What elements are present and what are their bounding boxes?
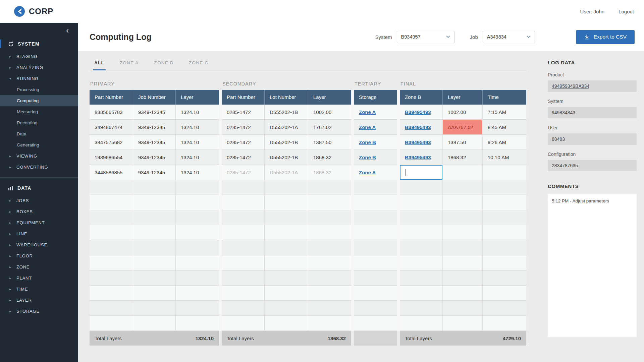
logo-icon	[13, 5, 25, 17]
sidebar-item-boxes[interactable]: ▸BOXES	[0, 206, 78, 217]
sidebar-subitem-generating[interactable]: Generating	[0, 139, 78, 150]
empty-cell	[354, 180, 397, 195]
empty-cell	[222, 180, 265, 195]
sidebar-item-label: ANALYZING	[16, 65, 43, 70]
header-controls: System B934957 Job A349834 Export to CSV	[375, 30, 635, 44]
group-gap	[219, 105, 222, 120]
storage-link[interactable]: Zone A	[359, 170, 376, 175]
comments-box: 5:12 PM - Adjust parameters	[548, 194, 637, 337]
sidebar-item-analyzing[interactable]: ▸ ANALYZING	[0, 62, 78, 73]
table-row: 3494867474 9349-12345 1324.10 0285-1472 …	[90, 120, 526, 135]
group-gap	[219, 255, 222, 270]
topbar-right: User: John Logout	[580, 9, 634, 14]
column-header: Storage	[354, 90, 397, 105]
cell-time: 10:10 AM	[483, 150, 526, 165]
storage-link[interactable]: Zone B	[359, 155, 376, 160]
cell-part-number: 0285-1472	[222, 165, 265, 180]
empty-cell	[483, 316, 526, 331]
system-select[interactable]: B934957	[397, 31, 454, 43]
column-header: Part Number	[90, 90, 133, 105]
collapse-sidebar-icon[interactable]: ‹	[66, 26, 69, 35]
sidebar-item-viewing[interactable]: ▸ VIEWING	[0, 150, 78, 162]
bar-chart-icon	[8, 185, 13, 191]
column-header: Layer	[443, 90, 483, 105]
empty-cell	[400, 225, 443, 240]
sidebar-subitem-data[interactable]: Data	[0, 128, 78, 139]
zone-link[interactable]: B39495493	[405, 139, 431, 145]
empty-cell	[483, 301, 526, 316]
logout-link[interactable]: Logout	[619, 9, 634, 14]
sidebar-subitem-processing[interactable]: Processing	[0, 84, 78, 95]
sidebar-item-line[interactable]: ▸LINE	[0, 228, 78, 239]
empty-cell	[308, 210, 351, 225]
group-gap	[351, 270, 354, 286]
tab-zone-a[interactable]: ZONE A	[118, 57, 140, 70]
sidebar-section-data[interactable]: DATA	[0, 181, 78, 195]
cell-layer: 1387.50	[443, 135, 483, 150]
sidebar-item-zone[interactable]: ▸ZONE	[0, 261, 78, 273]
group-gap	[219, 316, 222, 331]
sidebar-item-warehouse[interactable]: ▸WAREHOUSE	[0, 239, 78, 250]
group-gap	[219, 286, 222, 301]
expand-right-icon: ▸	[9, 154, 12, 158]
zone-link[interactable]: B39495493	[405, 109, 431, 115]
sidebar-item-equipment[interactable]: ▸EQUIPMENT	[0, 217, 78, 228]
total-primary: Total Layers 1324.10	[90, 331, 219, 346]
storage-link[interactable]: Zone B	[359, 139, 376, 145]
cell-zone: B39495493	[400, 150, 443, 165]
cell-time: 7:15 AM	[483, 105, 526, 120]
cell-time	[483, 165, 526, 180]
sidebar-divider	[0, 177, 78, 178]
sidebar-section-system[interactable]: SYSTEM	[0, 37, 78, 51]
empty-cell	[483, 210, 526, 225]
column-header: Lot Number	[265, 90, 308, 105]
tab-zone-b[interactable]: ZONE B	[153, 57, 175, 70]
job-select[interactable]: A349834	[483, 31, 535, 43]
tab-zone-c[interactable]: ZONE C	[187, 57, 210, 70]
group-gap	[219, 120, 222, 135]
sidebar-item-plant[interactable]: ▸PLANT	[0, 273, 78, 284]
export-csv-button[interactable]: Export to CSV	[576, 30, 635, 44]
table-header-row: Part Number Job Number Layer Part Number…	[90, 90, 526, 105]
expand-right-icon: ▸	[9, 165, 12, 169]
group-gap	[219, 195, 222, 210]
empty-cell	[308, 316, 351, 331]
zone-link[interactable]: B39495493	[405, 124, 431, 130]
empty-cell	[90, 316, 133, 331]
cell-zone: B39495493	[400, 135, 443, 150]
sidebar-collapse-row: ‹	[0, 24, 78, 37]
expand-right-icon: ▸	[9, 210, 12, 214]
empty-cell	[354, 316, 397, 331]
sidebar-item-layer[interactable]: ▸LAYER	[0, 295, 78, 306]
sidebar-item-jobs[interactable]: ▸JOBS	[0, 195, 78, 206]
sidebar-subitem-computing[interactable]: Computing	[0, 95, 78, 106]
job-select-label: Job	[470, 34, 478, 40]
zone-link[interactable]: B39495493	[405, 155, 431, 160]
sidebar-item-storage[interactable]: ▸STORAGE	[0, 306, 78, 317]
empty-cell	[265, 316, 308, 331]
sidebar-item-time[interactable]: ▸TIME	[0, 284, 78, 295]
sidebar-item-label: VIEWING	[16, 154, 37, 159]
empty-cell	[90, 270, 133, 286]
sidebar-subitem-recording[interactable]: Recording	[0, 117, 78, 128]
sidebar-item-converting[interactable]: ▸ CONVERTING	[0, 162, 78, 173]
zone-input-cell[interactable]	[400, 165, 443, 180]
comment-text: 5:12 PM - Adjust parameters	[552, 198, 609, 203]
group-gap	[219, 301, 222, 316]
storage-link[interactable]: Zone A	[359, 109, 376, 115]
group-header-tertiary: TERTIARY	[354, 81, 397, 86]
sidebar-item-staging[interactable]: ▸ STAGING	[0, 51, 78, 62]
storage-link[interactable]: Zone A	[359, 124, 376, 130]
product-value-link[interactable]: 494959349BA934	[548, 80, 637, 92]
cell-layer: 1868.32	[308, 150, 351, 165]
group-gap	[397, 316, 400, 331]
tab-all[interactable]: ALL	[93, 57, 106, 70]
sidebar-item-floor[interactable]: ▸FLOOR	[0, 250, 78, 261]
table-row-empty	[90, 255, 526, 270]
group-gap	[219, 210, 222, 225]
sidebar-item-running[interactable]: ▾ RUNNING	[0, 73, 78, 84]
sidebar-subitem-measuring[interactable]: Measuring	[0, 106, 78, 117]
cell-lot-number: D555202-1A	[265, 165, 308, 180]
total-label: Total Layers	[227, 336, 254, 341]
empty-cell	[354, 286, 397, 301]
